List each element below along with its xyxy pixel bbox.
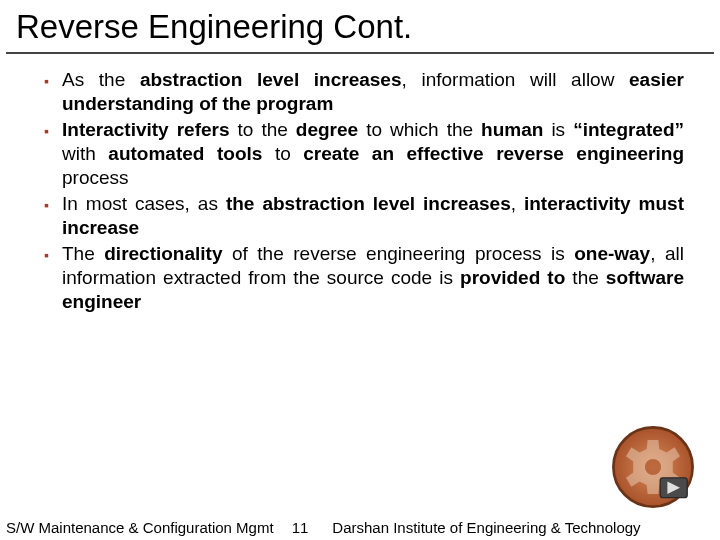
bullet-text: As the abstraction level increases, info…	[62, 68, 684, 116]
slide-title: Reverse Engineering Cont.	[6, 0, 714, 54]
footer-right-text: Darshan Institute of Engineering & Techn…	[326, 519, 714, 536]
bullet-square-icon: ▪	[44, 118, 62, 190]
page-number: 11	[274, 519, 327, 536]
bullet-list: ▪ As the abstraction level increases, in…	[0, 54, 720, 314]
gear-play-icon	[608, 422, 698, 512]
slide-footer: S/W Maintenance & Configuration Mgmt 11 …	[0, 514, 720, 540]
list-item: ▪ As the abstraction level increases, in…	[44, 68, 684, 116]
list-item: ▪ In most cases, as the abstraction leve…	[44, 192, 684, 240]
bullet-text: In most cases, as the abstraction level …	[62, 192, 684, 240]
bullet-text: Interactivity refers to the degree to wh…	[62, 118, 684, 190]
bullet-square-icon: ▪	[44, 242, 62, 314]
bullet-square-icon: ▪	[44, 68, 62, 116]
bullet-square-icon: ▪	[44, 192, 62, 240]
bullet-text: The directionality of the reverse engine…	[62, 242, 684, 314]
footer-left-text: S/W Maintenance & Configuration Mgmt	[6, 519, 274, 536]
list-item: ▪ Interactivity refers to the degree to …	[44, 118, 684, 190]
svg-point-1	[645, 459, 661, 475]
list-item: ▪ The directionality of the reverse engi…	[44, 242, 684, 314]
